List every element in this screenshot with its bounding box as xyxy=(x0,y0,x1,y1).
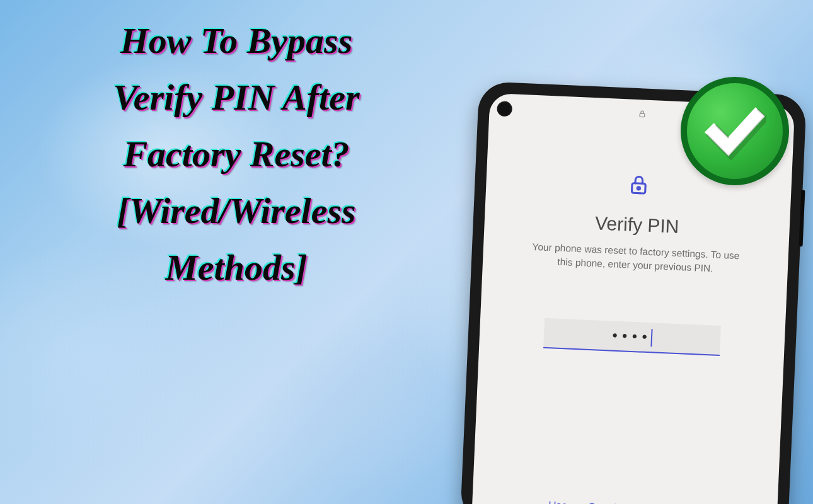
lock-icon xyxy=(628,173,650,198)
article-headline: How To Bypass Verify PIN After Factory R… xyxy=(16,13,457,295)
pin-input[interactable]: •••• xyxy=(543,318,721,356)
success-check-badge xyxy=(681,77,789,185)
verify-pin-description: Your phone was reset to factory settings… xyxy=(509,239,763,277)
checkmark-icon xyxy=(703,100,766,163)
pin-masked-value: •••• xyxy=(612,328,652,346)
headline-line: [Wired/Wireless xyxy=(117,190,355,231)
lock-status-icon xyxy=(638,110,647,120)
pin-input-container: •••• xyxy=(543,318,721,356)
svg-rect-0 xyxy=(639,113,644,117)
verify-pin-title: Verify PIN xyxy=(594,212,679,238)
headline-line: Factory Reset? xyxy=(123,134,349,175)
text-cursor xyxy=(650,329,652,347)
use-google-account-link[interactable]: Use my Google Account instead xyxy=(548,499,701,504)
headline-line: Verify PIN After xyxy=(113,77,360,118)
headline-line: How To Bypass xyxy=(120,20,352,61)
svg-point-2 xyxy=(637,187,640,190)
headline-line: Methods] xyxy=(165,247,308,288)
